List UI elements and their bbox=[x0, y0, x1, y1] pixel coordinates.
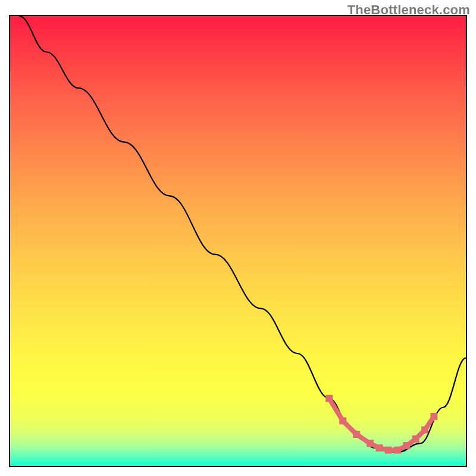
highlight-marker bbox=[367, 440, 374, 447]
highlight-marker bbox=[339, 417, 346, 424]
main-curve-path bbox=[19, 16, 466, 452]
highlight-marker bbox=[375, 444, 383, 452]
highlight-marker bbox=[353, 431, 360, 438]
highlight-marker bbox=[421, 427, 428, 434]
highlight-marker bbox=[403, 442, 410, 449]
highlight-group bbox=[325, 395, 437, 454]
highlight-marker bbox=[430, 413, 437, 420]
highlight-marker bbox=[412, 436, 419, 443]
highlight-marker bbox=[325, 395, 333, 402]
chart-frame bbox=[9, 15, 467, 467]
highlight-marker bbox=[394, 447, 401, 454]
watermark-text: TheBottleneck.com bbox=[347, 2, 470, 18]
chart-svg bbox=[10, 16, 466, 466]
highlight-marker bbox=[385, 447, 392, 454]
